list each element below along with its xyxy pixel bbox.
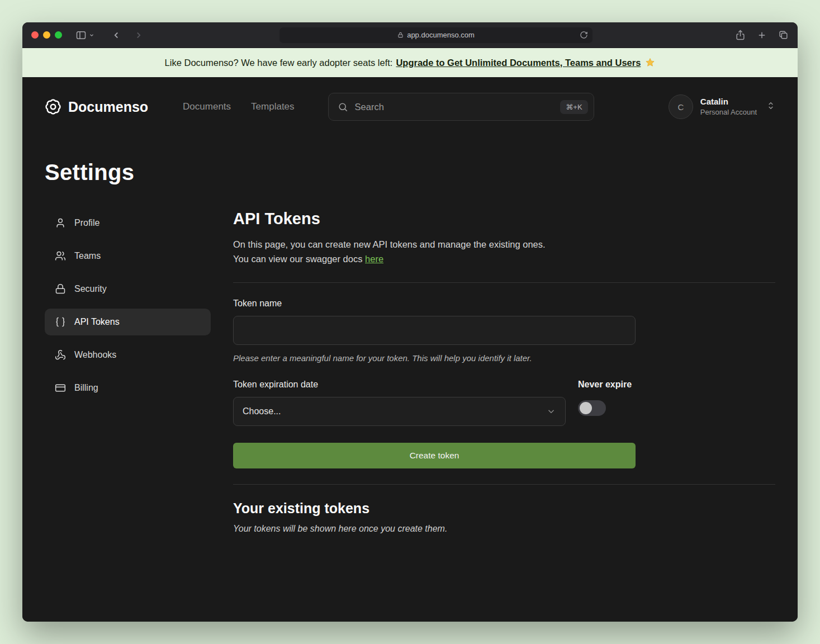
divider [233, 282, 775, 283]
section-heading: API Tokens [233, 210, 775, 228]
browser-window: app.documenso.com Like Documenso? We hav… [22, 22, 798, 622]
sidebar-item-label: Teams [74, 251, 101, 261]
search-input[interactable]: Search ⌘+K [328, 93, 594, 121]
close-window-button[interactable] [31, 31, 39, 39]
window-controls [31, 31, 62, 39]
sidebar-item-label: Webhooks [74, 350, 116, 360]
docs-text: You can view our swagger docs [233, 254, 365, 264]
browser-toolbar: app.documenso.com [22, 22, 798, 48]
sidebar-item-api-tokens[interactable]: API Tokens [45, 309, 211, 335]
sidebar-item-label: Billing [74, 383, 98, 393]
swagger-docs-link[interactable]: here [365, 254, 383, 264]
search-shortcut-badge: ⌘+K [560, 100, 587, 114]
tab-overview-icon[interactable] [778, 30, 789, 40]
credit-card-icon [55, 382, 66, 394]
app-header: Documenso Documents Templates Search ⌘+K… [45, 77, 775, 136]
star-icon [645, 58, 655, 68]
page-title: Settings [45, 160, 775, 185]
section-description: On this page, you can create new API tok… [233, 239, 546, 249]
expiration-label: Token expiration date [233, 380, 566, 390]
promo-banner: Like Documenso? We have few early adopte… [22, 48, 798, 77]
promo-text: Like Documenso? We have few early adopte… [165, 58, 393, 68]
user-name: Catalin [700, 96, 757, 107]
never-expire-label: Never expire [578, 380, 632, 390]
settings-sidebar: Profile Teams Security API Tokens Webhoo… [45, 210, 211, 401]
lock-icon [397, 32, 404, 38]
chevron-down-icon [546, 406, 556, 416]
sidebar-item-webhooks[interactable]: Webhooks [45, 342, 211, 368]
api-tokens-panel: API Tokens On this page, you can create … [233, 210, 775, 534]
avatar: C [669, 94, 693, 119]
sidebar-item-label: API Tokens [74, 317, 120, 327]
zoom-window-button[interactable] [55, 31, 62, 39]
sidebar-toggle-icon[interactable] [75, 30, 87, 41]
forward-button[interactable] [134, 30, 144, 40]
sidebar-item-label: Security [74, 284, 107, 294]
token-name-input[interactable] [233, 316, 636, 345]
user-account-type: Personal Account [700, 107, 757, 117]
chevron-down-icon[interactable] [89, 32, 94, 38]
address-bar[interactable]: app.documenso.com [279, 27, 593, 43]
divider [233, 484, 775, 485]
sidebar-item-teams[interactable]: Teams [45, 243, 211, 269]
expiration-selected-value: Choose... [243, 406, 281, 416]
token-name-hint: Please enter a meaningful name for your … [233, 353, 775, 363]
nav-templates[interactable]: Templates [251, 101, 294, 112]
expiration-select[interactable]: Choose... [233, 397, 566, 426]
share-icon[interactable] [735, 30, 746, 40]
upgrade-link[interactable]: Upgrade to Get Unlimited Documents, Team… [396, 58, 641, 68]
url-text: app.documenso.com [407, 31, 475, 39]
back-button[interactable] [111, 30, 121, 40]
webhook-icon [55, 349, 66, 361]
braces-icon [55, 316, 66, 328]
sidebar-item-label: Profile [74, 218, 99, 228]
refresh-icon[interactable] [580, 31, 588, 39]
lock-icon [55, 283, 66, 295]
user-menu[interactable]: C Catalin Personal Account [669, 94, 775, 119]
minimize-window-button[interactable] [43, 31, 50, 39]
app-content: Documenso Documents Templates Search ⌘+K… [22, 77, 798, 622]
brand-name: Documenso [68, 99, 148, 115]
search-icon [338, 102, 348, 112]
new-tab-icon[interactable] [757, 30, 767, 40]
toggle-knob [580, 402, 592, 414]
token-name-label: Token name [233, 299, 775, 309]
never-expire-toggle[interactable] [578, 400, 606, 416]
user-icon [55, 217, 66, 229]
nav-documents[interactable]: Documents [183, 101, 231, 112]
chevrons-up-down-icon [766, 101, 775, 112]
documenso-badge-icon [45, 98, 61, 115]
sidebar-item-security[interactable]: Security [45, 276, 211, 302]
search-placeholder: Search [355, 102, 384, 112]
users-icon [55, 250, 66, 262]
top-nav: Documents Templates [183, 101, 294, 112]
sidebar-item-profile[interactable]: Profile [45, 210, 211, 236]
documenso-logo[interactable]: Documenso [45, 98, 148, 115]
existing-tokens-empty-text: Your tokens will be shown here once you … [233, 524, 775, 534]
create-token-button[interactable]: Create token [233, 443, 636, 468]
sidebar-item-billing[interactable]: Billing [45, 375, 211, 401]
existing-tokens-heading: Your existing tokens [233, 500, 775, 517]
